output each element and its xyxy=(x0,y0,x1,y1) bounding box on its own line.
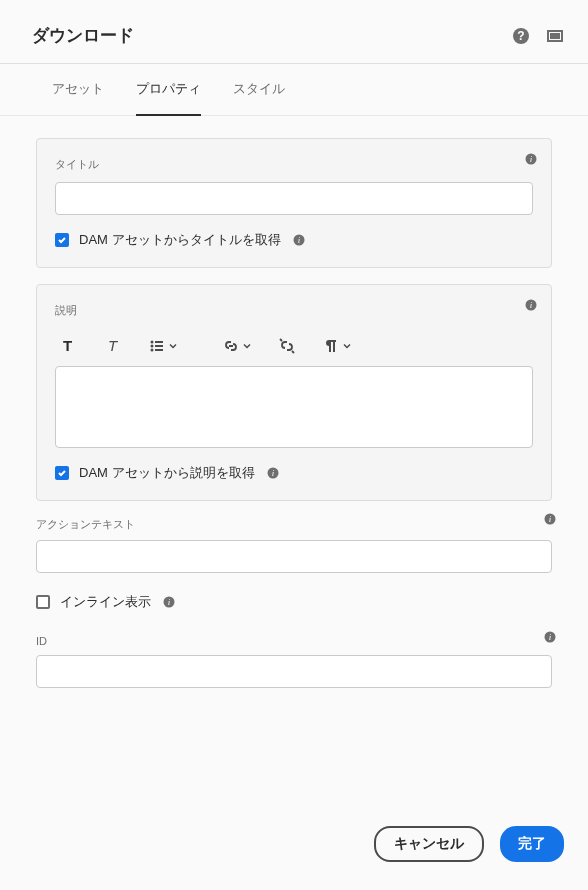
id-input[interactable] xyxy=(36,655,552,688)
paragraph-icon xyxy=(323,338,339,354)
bold-icon: T xyxy=(61,338,77,354)
info-icon[interactable]: i xyxy=(267,467,279,479)
header-icon-group: ? xyxy=(512,27,564,45)
inline-display-label: インライン表示 xyxy=(60,593,151,611)
help-button[interactable]: ? xyxy=(512,27,530,45)
title-panel: i タイトル DAM アセットからタイトルを取得 i xyxy=(36,138,552,268)
done-button[interactable]: 完了 xyxy=(500,826,564,862)
rte-toolbar: T T xyxy=(55,328,533,366)
rte-bold-button[interactable]: T xyxy=(61,338,77,354)
info-icon[interactable]: i xyxy=(163,596,175,608)
info-icon[interactable]: i xyxy=(525,153,537,165)
svg-rect-17 xyxy=(155,349,163,351)
id-field: i ID xyxy=(36,635,552,688)
italic-icon: T xyxy=(105,338,121,354)
check-icon xyxy=(57,235,67,245)
fullscreen-button[interactable] xyxy=(546,27,564,45)
download-dialog: ダウンロード ? アセット プロパティ スタイル i タイトル DA xyxy=(0,0,588,890)
cancel-button[interactable]: キャンセル xyxy=(374,826,484,862)
svg-rect-3 xyxy=(551,34,559,38)
rte-paragraph-button[interactable] xyxy=(323,338,351,354)
title-input[interactable] xyxy=(55,182,533,215)
svg-text:T: T xyxy=(108,338,119,354)
chevron-down-icon xyxy=(243,342,251,350)
action-text-field: i アクションテキスト xyxy=(36,517,552,573)
desc-from-dam-row: DAM アセットから説明を取得 i xyxy=(55,464,533,482)
svg-point-16 xyxy=(151,349,154,352)
inline-display-row: インライン表示 i xyxy=(36,593,552,611)
tab-asset[interactable]: アセット xyxy=(52,64,104,116)
info-icon[interactable]: i xyxy=(544,631,556,643)
title-from-dam-label: DAM アセットからタイトルを取得 xyxy=(79,231,281,249)
chevron-down-icon xyxy=(343,342,351,350)
title-from-dam-checkbox[interactable] xyxy=(55,233,69,247)
desc-from-dam-checkbox[interactable] xyxy=(55,466,69,480)
dialog-content: i タイトル DAM アセットからタイトルを取得 i i 説明 T xyxy=(0,116,588,810)
svg-rect-15 xyxy=(155,345,163,347)
dialog-title: ダウンロード xyxy=(32,24,134,47)
svg-point-14 xyxy=(151,345,154,348)
action-text-label: アクションテキスト xyxy=(36,517,552,532)
rte-italic-button[interactable]: T xyxy=(105,338,121,354)
svg-text:?: ? xyxy=(517,29,524,43)
chevron-down-icon xyxy=(169,342,177,350)
fullscreen-icon xyxy=(546,27,564,45)
tab-properties[interactable]: プロパティ xyxy=(136,64,201,116)
dialog-footer: キャンセル 完了 xyxy=(0,810,588,890)
title-from-dam-row: DAM アセットからタイトルを取得 i xyxy=(55,231,533,249)
svg-point-12 xyxy=(151,341,154,344)
rte-unlink-button[interactable] xyxy=(279,338,295,354)
inline-display-checkbox[interactable] xyxy=(36,595,50,609)
info-icon[interactable]: i xyxy=(525,299,537,311)
dialog-header: ダウンロード ? xyxy=(0,0,588,64)
check-icon xyxy=(57,468,67,478)
action-text-input[interactable] xyxy=(36,540,552,573)
link-icon xyxy=(223,338,239,354)
unlink-icon xyxy=(279,338,295,354)
info-icon[interactable]: i xyxy=(293,234,305,246)
desc-from-dam-label: DAM アセットから説明を取得 xyxy=(79,464,255,482)
info-icon[interactable]: i xyxy=(544,513,556,525)
rte-list-button[interactable] xyxy=(149,338,177,354)
id-label: ID xyxy=(36,635,552,647)
description-input[interactable] xyxy=(55,366,533,448)
svg-text:T: T xyxy=(63,338,72,354)
list-icon xyxy=(149,338,165,354)
description-label: 説明 xyxy=(55,303,533,318)
svg-rect-13 xyxy=(155,341,163,343)
help-icon: ? xyxy=(512,27,530,45)
rte-link-button[interactable] xyxy=(223,338,251,354)
tab-bar: アセット プロパティ スタイル xyxy=(0,64,588,116)
title-label: タイトル xyxy=(55,157,533,172)
tab-styles[interactable]: スタイル xyxy=(233,64,285,116)
description-panel: i 説明 T T xyxy=(36,284,552,501)
